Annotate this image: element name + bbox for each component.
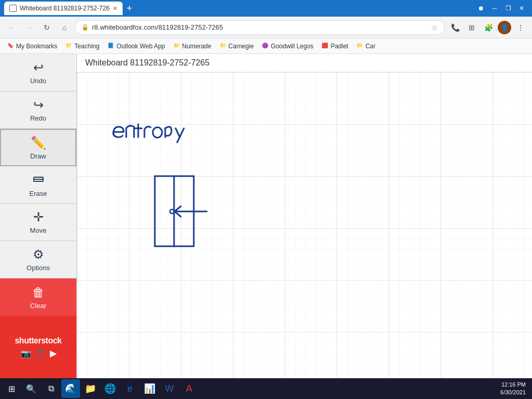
browser-action-buttons: 📞 ⊞ 🧩 👤 ⋮ <box>448 20 528 35</box>
undo-icon: ↩ <box>33 60 44 75</box>
padlet-icon: 🟥 <box>322 43 329 50</box>
bookmark-carnegie-label: Carnegie <box>229 43 254 50</box>
car-icon: 📁 <box>356 43 364 50</box>
bookmark-icon: 🔖 <box>7 43 15 50</box>
record-button[interactable]: ⏺ <box>475 2 487 15</box>
bookmark-padlet[interactable]: 🟥 Padlet <box>318 42 351 51</box>
camera-icon: 📷 <box>21 349 31 358</box>
minimize-button[interactable]: ─ <box>488 2 501 15</box>
bookmark-label: My Bookmarks <box>16 43 57 50</box>
redo-button[interactable]: ↪ Redo <box>0 91 76 129</box>
address-bar[interactable]: 🔒 r8.whiteboardfox.com/81192819-2752-726… <box>75 20 445 35</box>
url-text: r8.whiteboardfox.com/81192819-2752-7265 <box>92 23 428 31</box>
lock-icon: 🔒 <box>82 24 89 31</box>
bookmark-my-bookmarks[interactable]: 🔖 My Bookmarks <box>4 42 60 51</box>
bookmark-outlook[interactable]: 📘 Outlook Web App <box>104 42 168 51</box>
bookmark-car[interactable]: 📁 Car <box>353 42 378 51</box>
taskbar-edge-icon[interactable]: 🌊 <box>61 379 80 398</box>
shutterstock-text: shutterstock <box>15 336 61 345</box>
video-icon: ▶ <box>50 349 56 358</box>
tab-close-button[interactable]: ✕ <box>113 5 117 12</box>
draw-button[interactable]: ✏️ Draw <box>0 129 76 166</box>
bookmark-teaching[interactable]: 📁 Teaching <box>62 42 102 51</box>
numerade-icon: 📁 <box>174 43 181 50</box>
teaching-icon: 📁 <box>65 43 73 50</box>
phone-icon-button[interactable]: 📞 <box>448 20 462 35</box>
bookmark-goodwill-label: Goodwill Legos <box>271 43 313 50</box>
taskbar-clock: 12:16 PM 6/30/2021 <box>500 381 530 397</box>
outlook-icon: 📘 <box>108 43 115 50</box>
taskbar-word[interactable]: W <box>160 379 179 398</box>
options-button[interactable]: ⚙ Options <box>0 241 76 278</box>
bookmarks-bar: 🔖 My Bookmarks 📁 Teaching 📘 Outlook Web … <box>0 38 532 54</box>
erase-icon <box>32 172 45 188</box>
goodwill-icon: 🟣 <box>262 43 269 50</box>
move-button[interactable]: ✛ Move <box>0 204 76 241</box>
extensions-button[interactable]: 🧩 <box>481 20 496 35</box>
grid-background <box>77 72 532 378</box>
toolbar-sidebar: ↩ Undo ↪ Redo ✏️ Draw Erase ✛ Move ⚙ <box>0 54 77 378</box>
task-view-button[interactable]: ⧉ <box>42 379 60 398</box>
main-layout: ↩ Undo ↪ Redo ✏️ Draw Erase ✛ Move ⚙ <box>0 54 532 378</box>
taskbar-file-explorer[interactable]: 📁 <box>81 379 100 398</box>
move-icon: ✛ <box>33 210 44 224</box>
carnegie-icon: 📁 <box>220 43 227 50</box>
menu-button[interactable]: ⋮ <box>513 20 528 35</box>
close-button[interactable]: ✕ <box>515 2 528 15</box>
erase-button[interactable]: Erase <box>0 166 76 204</box>
bookmark-goodwill[interactable]: 🟣 Goodwill Legos <box>259 42 316 51</box>
bookmark-carnegie[interactable]: 📁 Carnegie <box>217 42 257 51</box>
bookmark-padlet-label: Padlet <box>330 43 348 50</box>
browser-title-bar: Whiteboard 81192819-2752-726 ✕ + ⏺ ─ ❐ ✕ <box>0 0 532 17</box>
clock-date: 6/30/2021 <box>500 389 526 396</box>
home-button[interactable]: ⌂ <box>57 20 72 35</box>
new-tab-button[interactable]: + <box>127 3 132 14</box>
whiteboard-canvas[interactable] <box>77 72 532 378</box>
profile-avatar[interactable]: 👤 <box>498 21 511 34</box>
refresh-button[interactable]: ↻ <box>39 20 54 35</box>
back-button[interactable]: ← <box>4 20 19 35</box>
taskbar-chrome[interactable]: 🌐 <box>101 379 119 398</box>
maximize-button[interactable]: ❐ <box>502 2 514 15</box>
whiteboard-area: Whiteboard 81192819-2752-7265 <box>77 54 532 378</box>
whiteboard-title: Whiteboard 81192819-2752-7265 <box>77 54 532 72</box>
erase-label: Erase <box>30 190 47 197</box>
taskbar: ⊞ 🔍 ⧉ 🌊 📁 🌐 e 📊 W A 12:16 PM 6/30/2021 <box>0 378 532 399</box>
move-label: Move <box>30 227 47 234</box>
bookmark-teaching-label: Teaching <box>74 43 99 50</box>
undo-label: Undo <box>30 77 46 85</box>
tab-favicon <box>9 5 17 12</box>
taskbar-excel[interactable]: 📊 <box>140 379 159 398</box>
clear-label: Clear <box>30 302 46 310</box>
svg-rect-3 <box>77 72 532 378</box>
shutterstock-banner[interactable]: shutterstock 📷 🎵 ▶ <box>0 316 76 378</box>
start-button[interactable]: ⊞ <box>2 379 21 398</box>
qr-icon-button[interactable]: ⊞ <box>464 20 479 35</box>
redo-icon: ↪ <box>33 98 44 112</box>
taskbar-edge2[interactable]: e <box>121 379 139 398</box>
bookmark-star-button[interactable]: ☆ <box>431 23 438 32</box>
clear-icon: 🗑 <box>32 285 45 300</box>
window-controls: ⏺ ─ ❐ ✕ <box>475 2 528 15</box>
address-bar-row: ← → ↻ ⌂ 🔒 r8.whiteboardfox.com/81192819-… <box>0 17 532 38</box>
search-taskbar-button[interactable]: 🔍 <box>22 379 41 398</box>
shutterstock-icons: 📷 🎵 ▶ <box>21 349 56 358</box>
music-icon: 🎵 <box>35 349 46 358</box>
draw-label: Draw <box>30 152 46 160</box>
undo-button[interactable]: ↩ Undo <box>0 54 76 91</box>
options-label: Options <box>26 264 50 272</box>
draw-icon: ✏️ <box>31 136 46 150</box>
taskbar-acrobat[interactable]: A <box>180 379 198 398</box>
browser-tab[interactable]: Whiteboard 81192819-2752-726 ✕ <box>4 2 123 15</box>
bookmark-car-label: Car <box>365 43 375 50</box>
bookmark-outlook-label: Outlook Web App <box>116 43 165 50</box>
clock-time: 12:16 PM <box>500 381 526 389</box>
bookmark-numerade[interactable]: 📁 Numerade <box>170 42 215 51</box>
clear-button[interactable]: 🗑 Clear <box>0 278 76 316</box>
bookmark-numerade-label: Numerade <box>182 43 211 50</box>
forward-button[interactable]: → <box>22 20 36 35</box>
tab-title: Whiteboard 81192819-2752-726 <box>20 5 110 12</box>
redo-label: Redo <box>30 114 46 122</box>
options-icon: ⚙ <box>33 247 44 262</box>
